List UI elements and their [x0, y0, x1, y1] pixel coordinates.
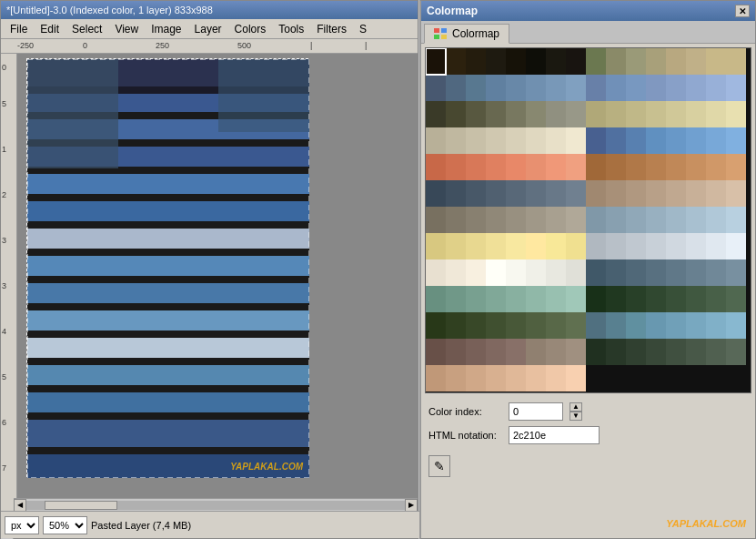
scroll-track[interactable] — [26, 501, 405, 510]
color-cell[interactable] — [546, 286, 566, 312]
color-cell[interactable] — [566, 286, 586, 312]
color-cell[interactable] — [466, 154, 486, 180]
color-cell[interactable] — [506, 180, 526, 207]
color-cell[interactable] — [666, 48, 686, 75]
color-cell[interactable] — [626, 48, 646, 75]
color-cell[interactable] — [526, 154, 546, 180]
color-cell[interactable] — [626, 207, 646, 233]
color-cell[interactable] — [606, 233, 626, 259]
color-cell[interactable] — [506, 75, 526, 101]
color-cell[interactable] — [666, 286, 686, 312]
color-cell[interactable] — [466, 312, 486, 339]
color-cell[interactable] — [426, 365, 446, 392]
color-cell[interactable] — [526, 286, 546, 312]
color-cell[interactable] — [686, 233, 706, 259]
color-cell[interactable] — [426, 339, 446, 365]
color-cell[interactable] — [546, 101, 566, 127]
color-cell[interactable] — [526, 127, 546, 154]
color-cell[interactable] — [546, 75, 566, 101]
color-cell[interactable] — [646, 339, 666, 365]
color-cell[interactable] — [446, 365, 466, 392]
color-cell[interactable] — [486, 233, 506, 259]
color-cell[interactable] — [626, 312, 646, 339]
color-cell[interactable] — [606, 180, 626, 207]
color-cell[interactable] — [606, 154, 626, 180]
color-cell[interactable] — [646, 75, 666, 101]
color-cell[interactable] — [546, 365, 566, 392]
color-cell[interactable] — [486, 48, 506, 75]
color-cell[interactable] — [446, 75, 466, 101]
color-cell[interactable] — [486, 127, 506, 154]
color-cell[interactable] — [486, 101, 506, 127]
color-cell[interactable] — [686, 48, 706, 75]
color-cell[interactable] — [546, 259, 566, 286]
color-cell[interactable] — [586, 259, 606, 286]
color-cell[interactable] — [486, 75, 506, 101]
color-cell[interactable] — [506, 48, 526, 75]
color-cell[interactable] — [586, 101, 606, 127]
color-cell[interactable] — [706, 127, 726, 154]
color-cell[interactable] — [566, 48, 586, 75]
color-cell[interactable] — [486, 207, 506, 233]
menu-file[interactable]: File — [5, 21, 33, 37]
color-cell[interactable] — [486, 365, 506, 392]
color-cell[interactable] — [446, 154, 466, 180]
color-cell[interactable] — [626, 180, 646, 207]
color-cell[interactable] — [646, 207, 666, 233]
color-cell[interactable] — [526, 207, 546, 233]
color-cell[interactable] — [446, 312, 466, 339]
color-cell[interactable] — [526, 180, 546, 207]
color-cell[interactable] — [426, 75, 446, 101]
color-cell[interactable] — [626, 127, 646, 154]
scroll-right-btn[interactable]: ▶ — [405, 499, 418, 512]
colormap-tab[interactable]: Colormap — [424, 24, 509, 44]
color-cell[interactable] — [546, 312, 566, 339]
color-cell[interactable] — [566, 207, 586, 233]
color-cell[interactable] — [686, 180, 706, 207]
zoom-select[interactable]: 50% — [43, 516, 87, 534]
color-cell[interactable] — [646, 180, 666, 207]
color-cell[interactable] — [526, 48, 546, 75]
menu-view[interactable]: View — [109, 21, 144, 37]
color-cell[interactable] — [706, 207, 726, 233]
menu-tools[interactable]: Tools — [273, 21, 309, 37]
color-cell[interactable] — [626, 286, 646, 312]
color-cell[interactable] — [426, 233, 446, 259]
color-cell[interactable] — [586, 48, 606, 75]
html-notation-input[interactable] — [509, 426, 600, 444]
color-cell[interactable] — [546, 127, 566, 154]
color-cell[interactable] — [666, 154, 686, 180]
color-cell[interactable] — [646, 101, 666, 127]
color-cell[interactable] — [666, 339, 686, 365]
color-cell[interactable] — [546, 233, 566, 259]
menu-image[interactable]: Image — [146, 21, 186, 37]
color-cell[interactable] — [726, 312, 746, 339]
scroll-left-btn[interactable]: ◀ — [14, 499, 26, 512]
color-cell[interactable] — [646, 154, 666, 180]
menu-edit[interactable]: Edit — [35, 21, 65, 37]
color-cell[interactable] — [706, 48, 726, 75]
color-cell[interactable] — [446, 180, 466, 207]
color-cell[interactable] — [466, 180, 486, 207]
horizontal-scrollbar[interactable]: ◀ ▶ — [14, 498, 418, 511]
color-cell[interactable] — [506, 154, 526, 180]
color-cell[interactable] — [446, 207, 466, 233]
color-cell[interactable] — [486, 259, 506, 286]
color-cell[interactable] — [586, 180, 606, 207]
color-cell[interactable] — [586, 75, 606, 101]
color-cell[interactable] — [626, 259, 646, 286]
color-cell[interactable] — [586, 312, 606, 339]
color-cell[interactable] — [506, 207, 526, 233]
color-cell[interactable] — [466, 259, 486, 286]
color-cell[interactable] — [566, 154, 586, 180]
color-cell[interactable] — [686, 312, 706, 339]
color-cell[interactable] — [466, 48, 486, 75]
color-cell[interactable] — [506, 259, 526, 286]
color-cell[interactable] — [526, 365, 546, 392]
color-cell[interactable] — [726, 154, 746, 180]
color-cell[interactable] — [726, 286, 746, 312]
color-cell[interactable] — [646, 286, 666, 312]
color-cell[interactable] — [466, 207, 486, 233]
color-cell[interactable] — [626, 339, 646, 365]
color-cell[interactable] — [566, 101, 586, 127]
